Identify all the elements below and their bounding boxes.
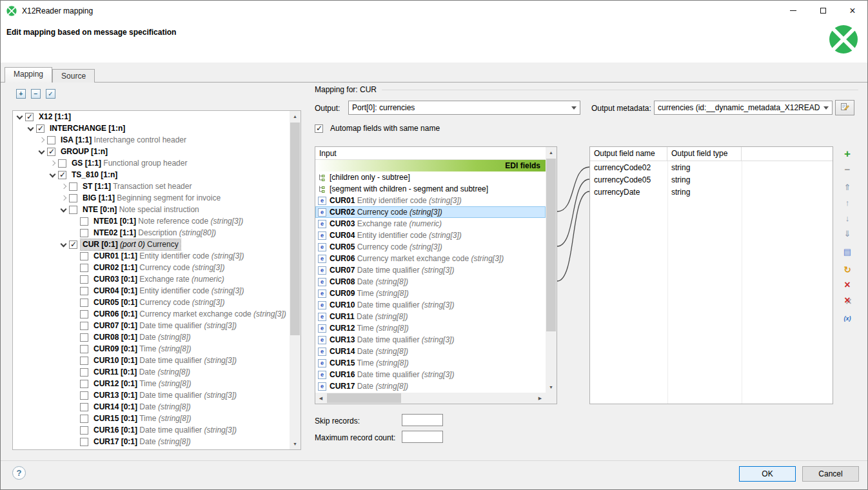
input-field-cur03[interactable]: eCUR03 Exchange rate (numeric) bbox=[315, 218, 546, 230]
input-field-cur13[interactable]: eCUR13 Date time qualifier (string[3]) bbox=[315, 334, 546, 346]
tree-item-group[interactable]: GROUP [1:n] bbox=[13, 146, 290, 157]
input-subtree-option[interactable]: [segment with children - segment and sub… bbox=[315, 183, 546, 195]
collapse-arrow-icon[interactable] bbox=[26, 123, 36, 133]
tree-item-checkbox[interactable] bbox=[80, 403, 88, 411]
input-field-cur12[interactable]: eCUR12 Time (string[8]) bbox=[315, 322, 546, 334]
tree-item-checkbox[interactable] bbox=[80, 333, 88, 342]
input-field-cur04[interactable]: eCUR04 Entity identifier code (string[3]… bbox=[315, 230, 546, 241]
cancel-button[interactable]: Cancel bbox=[802, 466, 859, 482]
collapse-arrow-icon[interactable] bbox=[15, 112, 25, 122]
maximize-button[interactable] bbox=[808, 1, 838, 21]
collapse-all-button[interactable]: − bbox=[31, 89, 41, 99]
move-up-button[interactable]: ↑ bbox=[842, 197, 853, 208]
scroll-down-icon[interactable]: ▼ bbox=[546, 382, 557, 393]
collapse-arrow-icon[interactable] bbox=[59, 239, 69, 250]
tree-item-cur09[interactable]: CUR09 [0:1] Time (string[8]) bbox=[13, 343, 290, 355]
tree-item-checkbox[interactable] bbox=[25, 113, 34, 121]
expand-arrow-icon[interactable] bbox=[48, 158, 58, 168]
tree-item-checkbox[interactable] bbox=[69, 182, 77, 191]
tree-item-checkbox[interactable] bbox=[80, 391, 88, 400]
tree-item-cur06[interactable]: CUR06 [0:1] Currency market exchange cod… bbox=[13, 308, 290, 320]
tree-item-interchange[interactable]: INTERCHANGE [1:n] bbox=[13, 122, 290, 134]
input-field-cur16[interactable]: eCUR16 Date time qualifier (string[3]) bbox=[315, 369, 546, 380]
input-field-cur05[interactable]: eCUR05 Currency code (string[3]) bbox=[315, 241, 546, 253]
tree-item-cur17[interactable]: CUR17 [0:1] Date (string[8]) bbox=[13, 436, 290, 447]
output-field-row[interactable]: currencyCode05string bbox=[590, 173, 833, 186]
edit-metadata-detail-button[interactable] bbox=[835, 100, 854, 115]
tree-item-checkbox[interactable] bbox=[80, 275, 88, 284]
collapse-arrow-icon[interactable] bbox=[37, 146, 47, 157]
tree-item-checkbox[interactable] bbox=[80, 380, 88, 388]
input-field-cur07[interactable]: eCUR07 Date time qualifier (string[3]) bbox=[315, 264, 546, 276]
close-button[interactable]: × bbox=[838, 1, 867, 21]
tree-item-checkbox[interactable] bbox=[80, 345, 88, 353]
expand-arrow-icon[interactable] bbox=[59, 181, 69, 191]
tree-item-cur08[interactable]: CUR08 [0:1] Date (string[8]) bbox=[13, 331, 290, 343]
expand-arrow-icon[interactable] bbox=[59, 193, 69, 203]
tree-item-cur11[interactable]: CUR11 [0:1] Date (string[8]) bbox=[13, 366, 290, 378]
tree-item-cur[interactable]: CUR [0:1] (port 0) Currency bbox=[13, 239, 290, 250]
input-hscroll-thumb[interactable] bbox=[327, 393, 401, 403]
tree-item-checkbox[interactable] bbox=[80, 357, 88, 365]
tree-item-cur14[interactable]: CUR14 [0:1] Date (string[8]) bbox=[13, 401, 290, 413]
remove-mapping-button[interactable]: × bbox=[842, 279, 853, 291]
tree-scrollbar-thumb[interactable] bbox=[290, 122, 300, 335]
tree-item-nte02[interactable]: NTE02 [1:1] Description (string[80]) bbox=[13, 227, 290, 239]
collapse-arrow-icon[interactable] bbox=[48, 170, 58, 180]
expand-arrow-icon[interactable] bbox=[37, 135, 47, 145]
tree-item-checkbox[interactable] bbox=[80, 438, 88, 446]
tree-scrollbar[interactable]: ▲ ▼ bbox=[290, 111, 301, 449]
output-field-row[interactable]: currencyDatestring bbox=[590, 186, 833, 198]
tree-item-cur07[interactable]: CUR07 [0:1] Date time qualifier (string[… bbox=[13, 320, 290, 331]
edit-metadata-button[interactable]: ▤ bbox=[842, 246, 853, 257]
tree-item-cur12[interactable]: CUR12 [0:1] Time (string[8]) bbox=[13, 378, 290, 389]
add-field-button[interactable]: + bbox=[842, 148, 853, 159]
input-vscroll-thumb[interactable] bbox=[546, 159, 556, 331]
tab-mapping[interactable]: Mapping bbox=[5, 67, 52, 83]
move-bottom-button[interactable]: ⇓ bbox=[842, 228, 853, 239]
scroll-left-icon[interactable]: ◀ bbox=[315, 393, 326, 404]
input-field-cur10[interactable]: eCUR10 Date time qualifier (string[3]) bbox=[315, 299, 546, 311]
input-column-header[interactable]: Input bbox=[315, 147, 546, 160]
input-field-cur06[interactable]: eCUR06 Currency market exchange code (st… bbox=[315, 253, 546, 264]
move-top-button[interactable]: ⇑ bbox=[842, 181, 853, 193]
max-record-count-input[interactable] bbox=[402, 431, 443, 443]
tree-item-checkbox[interactable] bbox=[80, 299, 88, 307]
tree-item-checkbox[interactable] bbox=[80, 426, 88, 435]
remove-field-button[interactable]: − bbox=[842, 163, 853, 175]
scroll-down-icon[interactable]: ▼ bbox=[290, 438, 301, 449]
tree-item-cur03[interactable]: CUR03 [0:1] Exchange rate (numeric) bbox=[13, 273, 290, 285]
mapping-connection-line[interactable] bbox=[557, 167, 589, 211]
move-down-button[interactable]: ↓ bbox=[842, 212, 853, 224]
automap-checkbox[interactable] bbox=[315, 124, 323, 133]
tree-item-checkbox[interactable] bbox=[58, 159, 66, 168]
mapping-connection-line[interactable] bbox=[557, 191, 589, 281]
tree-item-ts_810[interactable]: TS_810 [1:n] bbox=[13, 169, 290, 181]
tree-item-cur01[interactable]: CUR01 [1:1] Entity identifier code (stri… bbox=[13, 250, 290, 262]
help-button[interactable]: ? bbox=[12, 466, 26, 480]
tree-item-checkbox[interactable] bbox=[80, 322, 88, 330]
input-vertical-scrollbar[interactable]: ▲ ▼ bbox=[546, 147, 557, 393]
tree-item-cur16[interactable]: CUR16 [0:1] Date time qualifier (string[… bbox=[13, 424, 290, 436]
tree-item-cur05[interactable]: CUR05 [0:1] Currency code (string[3]) bbox=[13, 297, 290, 308]
tree-item-checkbox[interactable] bbox=[58, 171, 66, 179]
tree-item-checkbox[interactable] bbox=[69, 194, 77, 202]
collapse-arrow-icon[interactable] bbox=[59, 204, 69, 215]
output-port-combo[interactable]: Port[0]: currencies bbox=[348, 101, 580, 115]
tree-item-checkbox[interactable] bbox=[47, 136, 55, 144]
ok-button[interactable]: OK bbox=[739, 466, 796, 482]
input-field-cur17[interactable]: eCUR17 Date (string[8]) bbox=[315, 380, 546, 392]
input-field-cur09[interactable]: eCUR09 Time (string[8]) bbox=[315, 288, 546, 299]
tree-item-x12[interactable]: X12 [1:1] bbox=[13, 111, 290, 122]
input-field-cur15[interactable]: eCUR15 Time (string[8]) bbox=[315, 357, 546, 369]
expand-all-button[interactable]: + bbox=[16, 89, 26, 99]
minimize-button[interactable] bbox=[778, 1, 808, 21]
tree-item-isa[interactable]: ISA [1:1] Interchange control header bbox=[13, 134, 290, 146]
tree-item-checkbox[interactable] bbox=[80, 264, 88, 272]
tree-item-cur15[interactable]: CUR15 [0:1] Time (string[8]) bbox=[13, 413, 290, 424]
remove-all-mappings-button[interactable]: × bbox=[842, 295, 853, 306]
tab-source[interactable]: Source bbox=[52, 69, 95, 83]
input-subtree-option[interactable]: [children only - subtree] bbox=[315, 172, 546, 183]
automap-button[interactable]: ↻ bbox=[842, 264, 853, 275]
input-field-cur08[interactable]: eCUR08 Date (string[8]) bbox=[315, 276, 546, 288]
